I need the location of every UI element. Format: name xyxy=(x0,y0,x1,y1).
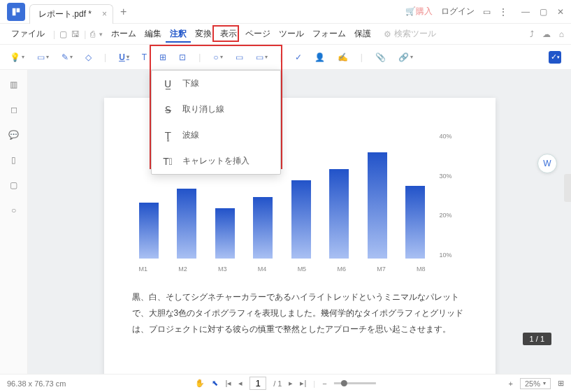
attach-tool[interactable]: 📎 xyxy=(375,52,386,62)
area-tool[interactable]: ▭ xyxy=(236,52,243,62)
dropdown-item-icon: U̲ xyxy=(161,78,174,89)
search-icon: ⚙ xyxy=(384,29,391,39)
titlebar: レポート.pdf * × + 🛒購入 ログイン ▭ ⋮ ― ▢ ✕ xyxy=(0,0,571,24)
text-tool-2[interactable]: ⊡ xyxy=(179,52,186,62)
dropdown-item-波線[interactable]: T͇波線 xyxy=(152,122,280,148)
textbox-tool[interactable]: T xyxy=(142,52,147,62)
loupe-icon[interactable]: ○ xyxy=(11,205,16,215)
app-logo xyxy=(7,3,25,21)
last-page-icon[interactable]: ▸| xyxy=(300,379,306,388)
measure-tool[interactable]: ▭▾ xyxy=(256,52,268,62)
chart-bar xyxy=(253,197,273,259)
chart-bar xyxy=(177,189,196,259)
menu-表示[interactable]: 表示 xyxy=(216,26,241,41)
dropdown-item-取り消し線[interactable]: S̶取り消し線 xyxy=(152,96,280,122)
dropdown-item-label: キャレットを挿入 xyxy=(182,155,250,167)
chart-ylabel: 40% xyxy=(440,133,468,140)
chart-ylabel: 10% xyxy=(440,252,468,259)
thumbnails-icon[interactable]: ▥ xyxy=(10,80,17,89)
chart-bar xyxy=(368,152,387,259)
chart-bar xyxy=(329,169,349,259)
dropdown-item-icon: T͕ xyxy=(161,156,174,167)
menu-フォーム[interactable]: フォーム xyxy=(308,26,350,41)
dropdown-item-キャレットを挿入[interactable]: T͕キャレットを挿入 xyxy=(152,148,280,174)
close-window-button[interactable]: ✕ xyxy=(557,7,564,17)
layers-icon[interactable]: ▯ xyxy=(11,155,16,165)
minimize-button[interactable]: ― xyxy=(521,7,530,17)
menu-変換[interactable]: 変換 xyxy=(191,26,216,41)
sign-tool[interactable]: ✍ xyxy=(338,52,348,62)
dropdown-item-icon: S̶ xyxy=(161,104,174,115)
bookmark-icon[interactable]: ◻ xyxy=(10,105,17,115)
search-tool[interactable]: ⚙ 検索ツール xyxy=(384,28,436,40)
right-panel-handle[interactable] xyxy=(564,174,571,202)
page-dimensions: 96.38 x 76.73 cm xyxy=(7,379,66,388)
comment-icon[interactable]: 💬 xyxy=(8,130,19,140)
toolbar-check[interactable]: ✓▾ xyxy=(549,51,561,64)
select-tool-icon[interactable]: ⬉ xyxy=(212,379,218,388)
word-export-badge[interactable]: W xyxy=(537,154,557,173)
chart-xlabel: M8 xyxy=(417,266,426,273)
open-icon[interactable]: ▢ xyxy=(59,29,67,39)
cloud-icon[interactable]: ☁ xyxy=(542,29,551,39)
login-link[interactable]: ログイン xyxy=(441,6,475,17)
document-canvas[interactable]: 40%30%20%10% M1M2M3M4M5M6M7M8 黒、白、そしてシグネ… xyxy=(28,70,571,376)
purchase-link[interactable]: 🛒購入 xyxy=(405,6,433,17)
chart-xlabel: M4 xyxy=(258,266,267,273)
kebab-menu-icon[interactable]: ⋮ xyxy=(499,7,507,17)
signature-tool[interactable]: 👤 xyxy=(315,52,325,62)
first-page-icon[interactable]: |◂ xyxy=(225,379,231,388)
print-dropdown-icon[interactable]: ▾ xyxy=(99,31,103,38)
zoom-select[interactable]: 25%▾ xyxy=(520,378,551,389)
zoom-slider[interactable] xyxy=(334,382,376,384)
dropdown-item-label: 波線 xyxy=(182,129,199,141)
chart-xlabel: M3 xyxy=(218,266,227,273)
chart-bar xyxy=(139,203,159,259)
menu-ホーム[interactable]: ホーム xyxy=(107,26,140,41)
attachments-icon[interactable]: ▢ xyxy=(10,180,17,190)
annotation-toolbar: 💡▾ ▭▾ ✎▾ ◇ | U▾ T ⊞ ⊡ | ○▾ ▭ ▭▾ | ✓ 👤 ✍ … xyxy=(0,45,571,70)
link-tool[interactable]: 🔗▾ xyxy=(398,52,413,62)
svg-rect-1 xyxy=(17,8,20,12)
note-tool[interactable]: ▭▾ xyxy=(37,52,49,62)
share-icon[interactable]: ⤴ xyxy=(530,29,534,39)
menu-保護[interactable]: 保護 xyxy=(350,26,375,41)
menu-ツール[interactable]: ツール xyxy=(275,26,308,41)
dropdown-item-下線[interactable]: U̲下線 xyxy=(152,71,280,96)
zoom-in-icon[interactable]: + xyxy=(509,379,513,388)
home-icon[interactable]: ⌂ xyxy=(559,29,564,39)
chart-ylabel: 30% xyxy=(440,173,468,180)
statusbar: 96.38 x 76.73 cm ✋ ⬉ |◂ ◂ / 1 ▸ ▸| | − +… xyxy=(0,374,571,392)
print-icon[interactable]: ⎙ xyxy=(90,29,95,39)
menu-ページ[interactable]: ページ xyxy=(241,26,275,41)
menu-編集[interactable]: 編集 xyxy=(140,26,166,41)
hand-tool-icon[interactable]: ✋ xyxy=(195,379,205,388)
new-tab-button[interactable]: + xyxy=(120,6,127,18)
zoom-out-icon[interactable]: − xyxy=(322,379,326,388)
fit-page-icon[interactable]: ⊞ xyxy=(558,379,564,388)
save-icon[interactable]: 🖫 xyxy=(71,29,80,39)
shape-tool[interactable]: ○▾ xyxy=(213,52,222,62)
underline-dropdown: U̲下線S̶取り消し線T͇波線T͕キャレットを挿入 xyxy=(151,70,281,175)
chart-ylabel: 20% xyxy=(440,212,468,219)
chart-xlabel: M2 xyxy=(178,266,187,273)
page-input[interactable] xyxy=(250,377,266,390)
next-page-icon[interactable]: ▸ xyxy=(289,379,293,388)
notification-icon[interactable]: ▭ xyxy=(483,7,491,17)
lightbulb-tool[interactable]: 💡▾ xyxy=(10,52,24,62)
prev-page-icon[interactable]: ◂ xyxy=(238,379,243,388)
pencil-tool[interactable]: ✎▾ xyxy=(62,52,73,62)
underline-tool[interactable]: U▾ xyxy=(119,52,129,62)
menubar: ファイル | ▢ 🖫 | ⎙ ▾ ホーム編集注釈変換表示ページツールフォーム保護… xyxy=(0,24,571,45)
menu-注釈[interactable]: 注釈 xyxy=(166,26,191,43)
body-paragraph: 黒、白、そしてシグネチャーカラーであるハイライトレッドというミニマルなパレットで… xyxy=(132,289,468,337)
close-tab-icon[interactable]: × xyxy=(102,9,107,19)
document-tab[interactable]: レポート.pdf * × xyxy=(29,4,113,24)
menu-file[interactable]: ファイル xyxy=(7,25,49,43)
callout-tool[interactable]: ⊞ xyxy=(159,52,166,62)
chart-bar xyxy=(215,208,235,259)
left-sidebar: ▥ ◻ 💬 ▯ ▢ ○ xyxy=(0,70,28,376)
eraser-tool[interactable]: ◇ xyxy=(85,52,92,62)
maximize-button[interactable]: ▢ xyxy=(540,7,547,17)
stamp-tool[interactable]: ✓ xyxy=(295,52,302,62)
